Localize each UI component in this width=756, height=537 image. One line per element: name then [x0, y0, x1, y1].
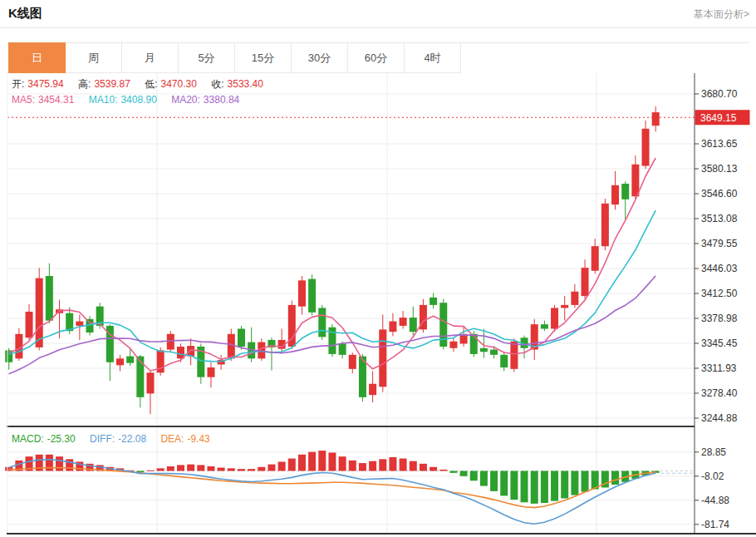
macd-hist-bar [439, 470, 447, 471]
macd-hist-bar [308, 452, 316, 471]
macd-hist-bar [379, 459, 386, 470]
candle-body [510, 342, 518, 369]
candle-body [46, 276, 53, 321]
macd-value: -25.30 [47, 433, 76, 445]
macd-hist-bar [571, 471, 578, 495]
candle-body [298, 280, 306, 306]
high-value: 3539.87 [94, 78, 130, 90]
macd-hist-bar [258, 467, 265, 471]
ma10-label: MA10: [89, 94, 118, 106]
candle-body [652, 112, 660, 126]
macd-hist-bar [328, 452, 336, 470]
diff-label: DIFF: [90, 433, 115, 445]
candle-body [228, 334, 235, 359]
candle-body [541, 324, 548, 328]
macd-hist-bar [218, 468, 225, 471]
macd-hist-bar [318, 451, 326, 470]
macd-hist-bar [207, 466, 214, 471]
ma20-value: 3380.84 [204, 94, 239, 106]
macd-hist-bar [480, 471, 488, 486]
candle-body [308, 279, 316, 313]
macd-hist-bar [197, 465, 204, 470]
ma5-label: MA5: [12, 94, 35, 106]
current-price-value: 3649.15 [700, 112, 737, 124]
macd-hist-bar [339, 456, 346, 470]
candle-body [480, 348, 488, 352]
macd-hist-bar [449, 471, 457, 473]
candle-body [551, 308, 558, 328]
price-axis-label: 3479.55 [701, 238, 738, 249]
macd-hist-bar [490, 471, 498, 491]
macd-hist-bar [510, 471, 518, 500]
diff-value: -22.08 [118, 433, 146, 445]
price-axis-label: 3412.50 [701, 288, 738, 299]
price-axis-label: 3345.45 [701, 337, 738, 349]
candle-body [76, 322, 83, 326]
macd-hist-bar [582, 471, 589, 492]
price-axis-label: 3613.65 [701, 138, 738, 150]
candle-body [318, 308, 326, 337]
macd-hist-bar [167, 466, 174, 471]
close-label: 收: [211, 78, 223, 90]
macd-axis-label: -8.02 [701, 470, 724, 482]
macd-hist-bar [359, 463, 366, 470]
macd-hist-bar [410, 461, 417, 471]
macd-hist-bar [551, 471, 558, 501]
candle-body [146, 372, 154, 393]
close-value: 3533.40 [228, 78, 263, 90]
price-axis-label: 3244.88 [701, 412, 738, 424]
candle-body [500, 355, 508, 367]
candle-body [400, 318, 407, 326]
macd-hist-bar [561, 471, 568, 499]
price-axis-label: 3278.40 [701, 387, 738, 399]
candle-body [642, 129, 650, 166]
macd-hist-bar [430, 467, 437, 471]
macd-hist-bar [187, 465, 194, 471]
macd-hist-bar [66, 459, 73, 470]
candle-body [167, 334, 174, 350]
candle-body [207, 367, 214, 377]
macd-hist-bar [500, 471, 508, 496]
macd-hist-bar [177, 465, 184, 470]
candle-body [26, 312, 33, 337]
price-axis-label: 3311.93 [701, 362, 737, 374]
ohlc-info-row: 开:3475.94 高:3539.87 低:3470.30 收:3533.40 [12, 77, 267, 91]
candle-body [349, 355, 356, 369]
macd-hist-bar [460, 471, 468, 476]
price-axis-label: 3680.70 [701, 88, 738, 100]
candle-body [238, 329, 245, 347]
kline-page: { "header": { "title": "K线图", "link_labe… [0, 0, 756, 537]
candle-body [582, 268, 589, 296]
macd-info-row: MACD:-25.30 DIFF:-22.08 DEA:-9.43 [12, 433, 214, 445]
ma10-value: 3408.90 [120, 94, 156, 106]
macd-hist-bar [349, 461, 356, 471]
macd-label: MACD: [12, 433, 44, 445]
macd-hist-bar [298, 455, 306, 471]
macd-hist-bar [389, 457, 396, 471]
tab-day[interactable]: 日 [8, 42, 66, 73]
macd-hist-bar [228, 468, 235, 470]
open-value: 3475.94 [27, 78, 63, 90]
candle-body [490, 350, 498, 355]
candle-body [126, 357, 134, 363]
macd-hist-bar [611, 471, 619, 485]
low-value: 3470.30 [161, 78, 197, 90]
macd-hist-bar [288, 459, 296, 471]
price-axis-label: 3446.03 [701, 263, 738, 274]
ma-info-row: MA5:3454.31 MA10:3408.90 MA20:3380.84 [12, 94, 243, 106]
macd-hist-bar [278, 461, 286, 470]
price-axis-label: 3378.98 [701, 313, 738, 324]
high-label: 高: [78, 78, 91, 90]
price-axis-label: 3513.08 [701, 213, 738, 224]
macd-hist-bar [420, 464, 427, 471]
ma20-label: MA20: [171, 94, 200, 106]
candle-body [136, 357, 144, 397]
macd-hist-bar [470, 471, 478, 481]
macd-hist-bar [157, 468, 164, 470]
dea-label: DEA: [160, 433, 184, 445]
candle-body [592, 246, 599, 271]
candle-body [36, 278, 43, 347]
price-axis-label: 3580.13 [701, 163, 738, 175]
candle-body [410, 318, 417, 332]
macd-hist-bar [248, 469, 255, 470]
